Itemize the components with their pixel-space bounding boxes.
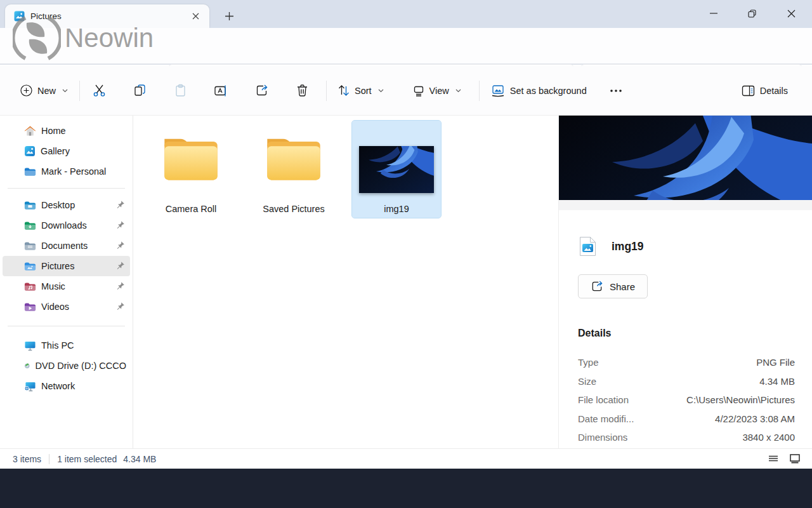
ellipsis-icon (610, 90, 622, 92)
sidebar-item-documents[interactable]: Documents (3, 236, 130, 256)
share-label: Share (610, 281, 635, 292)
sidebar-item-desktop[interactable]: Desktop (3, 195, 130, 215)
detail-value: 4/22/2023 3:08 AM (715, 413, 795, 424)
image-preview (559, 116, 812, 200)
tab-close-icon[interactable] (188, 9, 203, 24)
content-area: Home Gallery Mark - Personal Desktop (0, 116, 812, 448)
sidebar-item-label: This PC (41, 340, 74, 351)
sidebar: Home Gallery Mark - Personal Desktop (0, 116, 133, 448)
sidebar-item-pictures[interactable]: Pictures (3, 256, 130, 276)
pin-icon (115, 302, 125, 311)
new-button[interactable]: New (14, 79, 74, 102)
home-icon (24, 125, 36, 137)
file-tile-img19-selected[interactable]: img19 (352, 121, 441, 218)
network-icon (24, 381, 36, 392)
share-button[interactable]: Share (578, 274, 648, 298)
minimize-button[interactable] (695, 0, 732, 27)
delete-button[interactable] (288, 78, 316, 104)
trash-icon (296, 84, 308, 97)
sort-icon (338, 84, 350, 97)
status-bar: 3 items 1 item selected 4.34 MB (0, 448, 812, 469)
folder-tile-camera-roll[interactable]: Camera Roll (147, 121, 235, 218)
paste-icon (174, 84, 187, 97)
detail-label: Date modifi... (578, 413, 634, 424)
sidebar-item-videos[interactable]: Videos (3, 297, 130, 317)
share-icon (255, 84, 268, 97)
sidebar-item-label: Downloads (41, 220, 87, 231)
detail-value: C:\Users\Neowin\Pictures (686, 394, 795, 405)
preview-strip (559, 200, 812, 210)
sidebar-item-music[interactable]: Music (3, 276, 130, 297)
sidebar-item-label: DVD Drive (D:) CCCO (36, 361, 126, 371)
close-window-button[interactable] (773, 0, 809, 27)
sidebar-item-dvd-drive[interactable]: DVD Drive (D:) CCCO (3, 356, 130, 376)
view-label: View (429, 86, 449, 96)
pin-icon (115, 281, 125, 291)
sidebar-item-downloads[interactable]: Downloads (3, 215, 130, 236)
title-bar: Pictures (0, 0, 812, 28)
paste-button[interactable] (166, 78, 194, 104)
copy-icon (133, 84, 147, 97)
detail-value: 3840 x 2400 (742, 432, 795, 443)
new-tab-button[interactable] (221, 8, 237, 24)
detail-label: File location (578, 394, 629, 405)
pictures-tab-icon (14, 11, 25, 22)
image-background-icon (491, 84, 505, 97)
detail-row-dimensions: Dimensions 3840 x 2400 (578, 428, 795, 447)
details-pane-button[interactable]: Details (735, 80, 794, 102)
details-file-name: img19 (612, 240, 644, 253)
sidebar-divider (8, 188, 125, 189)
more-options-button[interactable] (602, 78, 630, 104)
dvd-disc-icon (24, 361, 30, 371)
sidebar-item-label: Videos (41, 302, 69, 312)
detail-row-file-location: File location C:\Users\Neowin\Pictures (578, 391, 795, 410)
png-file-icon (579, 236, 596, 257)
pin-icon (115, 261, 125, 271)
pictures-folder-icon (24, 262, 36, 271)
this-pc-monitor-icon (24, 340, 36, 351)
details-pane: img19 Share Details Type PNG File Size 4… (558, 116, 812, 448)
sidebar-item-label: Gallery (41, 146, 70, 156)
copy-button[interactable] (126, 78, 154, 104)
selection-size: 4.34 MB (123, 454, 156, 464)
sidebar-item-onedrive-personal[interactable]: Mark - Personal (3, 161, 130, 182)
pin-icon (115, 241, 125, 250)
sidebar-item-home[interactable]: Home (3, 121, 130, 141)
sidebar-item-network[interactable]: Network (3, 376, 130, 396)
new-label: New (37, 86, 56, 96)
folder-tile-saved-pictures[interactable]: Saved Pictures (249, 121, 338, 218)
explorer-tab-pictures[interactable]: Pictures (5, 4, 209, 28)
details-view-toggle[interactable] (765, 451, 782, 467)
folder-name: Camera Roll (166, 204, 217, 218)
plus-circle-icon (20, 84, 32, 97)
chevron-down-icon (455, 89, 461, 93)
thumbnail-view-toggle[interactable] (787, 451, 803, 467)
restore-button[interactable] (733, 0, 770, 27)
desktop-folder-icon (24, 201, 36, 210)
selection-count: 1 item selected (57, 454, 117, 464)
sidebar-item-label: Desktop (41, 200, 75, 210)
status-divider (49, 454, 49, 464)
videos-folder-icon (24, 302, 36, 312)
toolbar-separator (326, 81, 327, 101)
sort-button[interactable]: Sort (332, 79, 390, 102)
downloads-folder-icon (24, 221, 36, 231)
pin-icon (115, 200, 125, 210)
music-folder-icon (24, 282, 36, 291)
set-as-background-label: Set as background (510, 86, 587, 96)
details-heading: Details (578, 328, 611, 339)
sidebar-item-gallery[interactable]: Gallery (3, 141, 130, 161)
detail-label: Type (578, 357, 599, 368)
cut-icon (93, 84, 106, 97)
rename-button[interactable] (207, 78, 235, 104)
cut-button[interactable] (85, 78, 113, 104)
detail-row-size: Size 4.34 MB (578, 372, 795, 391)
set-as-background-button[interactable]: Set as background (485, 79, 593, 102)
view-button[interactable]: View (407, 80, 468, 102)
navigation-bar: Pictures (0, 28, 812, 65)
share-icon (591, 280, 603, 293)
folder-name: Saved Pictures (263, 204, 325, 218)
share-button-toolbar[interactable] (247, 78, 275, 104)
sidebar-item-this-pc[interactable]: This PC (3, 335, 130, 356)
view-icon (413, 85, 424, 97)
